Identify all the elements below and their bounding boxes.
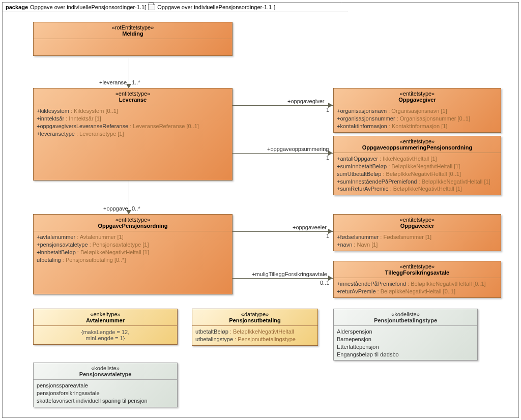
attr-type: : BeløpIkkeNegativtHeltall [228, 328, 294, 335]
assoc-label-oppgave: +oppgave [103, 205, 128, 212]
assoc-label-oppgaveeier: +oppgaveeier [293, 224, 327, 230]
class-name: Oppgaveeier [400, 223, 435, 229]
class-oppgave: «entitetstype»OppgavePensjonsordning +av… [33, 214, 233, 294]
attr: utbetalingstype [195, 336, 233, 342]
class-pensjonsavtaletype: «kodeliste»Pensjonsavtaletype pensjonssp… [33, 363, 178, 407]
attr: +leveransetype [37, 131, 75, 137]
assoc-label-leveranse: +leveranse [99, 79, 127, 85]
enum-value: Alderspensjon [337, 328, 474, 336]
attr: +navn [337, 242, 352, 248]
attr-type: : Organisasjonsnummer [0..1] [395, 115, 470, 122]
class-name: Pensjonsutbetaling [229, 317, 280, 323]
attr-type: : LeveranseReferanse [0..1] [128, 123, 199, 129]
attr-type: : Inntektsår [1] [64, 115, 101, 122]
attr: utbetaltBeløp [195, 328, 228, 335]
mult-tillegg: 0..1 [320, 280, 329, 286]
attr: +inntektsår [37, 115, 64, 122]
constraint: {maksLengde = 12, minLengde = 1} [34, 326, 177, 344]
mult-oppgaveeier: 1 [326, 233, 329, 239]
package-frame: package Oppgave over indiviuellePensjons… [2, 2, 519, 418]
class-name: Leveranse [119, 97, 147, 103]
attr-type: : BeløpIkkeNegativtHeltall [1] [417, 178, 490, 185]
tab-bracket-open: [ [144, 4, 146, 10]
attr-type: : Pensjonutbetalingstype [233, 336, 296, 342]
class-name: Avtalenummer [86, 317, 125, 323]
enum-value: Barnepensjon [337, 336, 474, 343]
mult-oppsummering: 1 [326, 155, 329, 161]
assoc-tillegg [233, 278, 333, 279]
class-name: OppgavePensjonsordning [98, 223, 168, 229]
package-icon [148, 4, 155, 10]
class-name: Melding [122, 31, 143, 37]
attr-type: : Navn [1] [352, 242, 378, 248]
attr-type: : Kildesystem [0..1] [69, 108, 118, 114]
class-name: TilleggForsikringsavtale [385, 269, 449, 276]
class-name: Oppgavegiver [398, 97, 436, 103]
class-oppgavegiver: «entitetstype»Oppgavegiver +organisasjon… [333, 88, 501, 133]
attr: +organisasjonsnavn [337, 108, 387, 114]
attr-type: : BeløpIkkeNegativtHeltall [0..1] [376, 288, 456, 294]
package-tab: package Oppgave over indiviuellePensjons… [2, 2, 348, 12]
attr-type: : Kontaktinformasjon [1] [387, 123, 448, 129]
attr: sumUtbetaltBeløp [337, 171, 381, 177]
stereotype: «kodeliste» [37, 365, 174, 371]
attr: +sumInnbetaltBeløp [337, 163, 387, 169]
stereotype: «rotEntitetstype» [37, 24, 229, 31]
attr-type: : Fødselsnummer [1] [379, 234, 431, 240]
stereotype: «entitetstype» [37, 91, 229, 97]
stereotype: «datatype» [195, 311, 314, 317]
enum-value: pensjonsforsikringsavtale [37, 389, 174, 397]
tab-bracket-close: ] [274, 4, 275, 10]
assoc-label-tillegg: +muligTilleggForsikringsavtale [252, 271, 327, 277]
assoc-oppgaveeier [233, 231, 333, 232]
attr-type: : Pensjonsutbetaling [0..*] [61, 257, 126, 263]
mult-oppgave: 0..* [132, 205, 140, 212]
attr: +sumReturAvPremie [337, 186, 389, 192]
attr-type: : Avtalenummer [1] [75, 234, 124, 240]
stereotype: «entitetstype» [337, 263, 498, 269]
stereotype: «enkeltype» [37, 311, 174, 317]
assoc-oppgave [129, 181, 129, 213]
assoc-oppsummering [233, 153, 333, 154]
attr: +organisasjonsnummer [337, 115, 395, 122]
attr: +inneståendePåPremiefond [337, 281, 406, 287]
enum-value: Etterlattepensjon [337, 343, 474, 351]
class-pensjonutbetalingstype: «kodeliste»Pensjonutbetalingstype Alders… [333, 309, 478, 361]
attr: +fødselsnummer [337, 234, 379, 240]
assoc-oppgavegiver [233, 105, 333, 106]
stereotype: «entitetstype» [37, 217, 229, 223]
class-avtalenummer: «enkeltype»Avtalenummer {maksLengde = 12… [33, 309, 178, 345]
assoc-leveranse [129, 58, 129, 87]
enum-value: Engangsbeløp til dødsbo [337, 351, 474, 358]
stereotype: «entitetstype» [337, 138, 498, 144]
stereotype: «entitetstype» [337, 91, 498, 97]
class-tillegg: «entitetstype»TilleggForsikringsavtale +… [333, 261, 501, 298]
stereotype: «entitetstype» [337, 217, 498, 223]
class-name: Pensjonsavtaletype [79, 371, 132, 377]
stereotype: «kodeliste» [337, 311, 474, 317]
class-oppsummering: «entitetstype»OppgaveoppsummeringPensjon… [333, 136, 501, 195]
attr-type: : BeløpIkkeNegativtHeltall [1] [387, 163, 460, 169]
attr: +pensjonsavtaletype [37, 242, 88, 248]
attr-type: : Pensjonsavtaletype [1] [88, 242, 149, 248]
attr: +kildesystem [37, 108, 69, 114]
attr-type: : Organisasjonsnavn [1] [387, 108, 447, 114]
class-pensjonsutbetaling: «datatype»Pensjonsutbetaling utbetaltBel… [192, 309, 318, 346]
attr: +antallOppgaver [337, 156, 378, 162]
class-oppgaveeier: «entitetstype»Oppgaveeier +fødselsnummer… [333, 214, 501, 251]
mult-oppgavegiver: 1 [326, 107, 329, 113]
attr: +innbetaltBeløp [37, 249, 76, 255]
mult-leveranse: 1..* [132, 79, 140, 85]
attr-type: : BeløpIkkeNegativtHeltall [0..1] [406, 281, 486, 287]
attr: +kontaktinformasjon [337, 123, 387, 129]
attr-type: : BeløpIkkeNegativtHeltall [0..1] [381, 171, 461, 177]
assoc-label-oppgavegiver: +oppgavegiver [287, 98, 324, 104]
enum-value: skattefavorisert individuell sparing til… [37, 397, 174, 405]
attr: +oppgavegiversLeveranseReferanse [37, 123, 128, 129]
attr-type: : BeløpIkkeNegativtHeltall [1] [76, 249, 149, 255]
package-keyword: package [6, 4, 28, 10]
package-name: Oppgave over indiviuellePensjonsordinger… [30, 4, 144, 10]
attr: +avtalenummer [37, 234, 75, 240]
class-name: OppgaveoppsummeringPensjonsordning [362, 144, 472, 151]
class-name: Pensjonutbetalingstype [374, 317, 437, 323]
